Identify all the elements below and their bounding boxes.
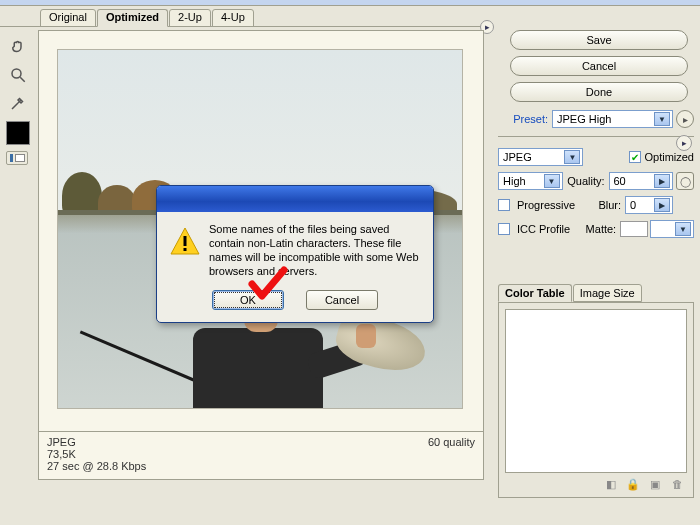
zoom-tool-icon[interactable]	[6, 63, 30, 87]
preset-select[interactable]: JPEG High ▼	[552, 110, 673, 128]
icc-checkbox[interactable]	[498, 223, 510, 235]
svg-rect-4	[184, 248, 187, 251]
chevron-down-icon: ▼	[564, 150, 580, 164]
view-tabs: Original Optimized 2-Up 4-Up	[40, 8, 255, 26]
snap-web-icon[interactable]: ◧	[603, 477, 619, 491]
quality-mask-button[interactable]: ◯	[676, 172, 694, 190]
quality-input[interactable]: 60 ▶	[609, 172, 674, 190]
dialog-ok-button[interactable]: OK	[212, 290, 284, 310]
matte-select[interactable]: ▼	[650, 220, 694, 238]
progressive-checkbox[interactable]	[498, 199, 510, 211]
svg-rect-3	[184, 236, 187, 246]
quality-preset-value: High	[503, 175, 526, 187]
optimized-label: Optimized	[644, 151, 694, 163]
svg-point-0	[12, 69, 21, 78]
quality-value: 60	[614, 175, 626, 187]
status-time: 27 sec @ 28.8 Kbps	[47, 460, 475, 472]
tab-color-table[interactable]: Color Table	[498, 284, 572, 302]
new-color-icon[interactable]: ▣	[647, 477, 663, 491]
optimized-checkbox[interactable]: ✔	[629, 151, 641, 163]
icc-label: ICC Profile	[517, 223, 570, 235]
format-select[interactable]: JPEG ▼	[498, 148, 583, 166]
blur-value: 0	[630, 199, 636, 211]
settings-menu-button[interactable]: ▸	[676, 135, 692, 151]
status-format: JPEG	[47, 436, 475, 448]
progressive-label: Progressive	[517, 199, 575, 211]
trash-icon[interactable]: 🗑	[669, 477, 685, 491]
tab-4up[interactable]: 4-Up	[212, 9, 254, 27]
blur-input[interactable]: 0 ▶	[625, 196, 673, 214]
dialog-message: Some names of the files being saved cont…	[209, 222, 421, 278]
tab-image-size[interactable]: Image Size	[573, 284, 642, 302]
slice-visibility-button[interactable]	[6, 151, 28, 165]
done-button[interactable]: Done	[510, 82, 688, 102]
tab-optimized[interactable]: Optimized	[97, 9, 168, 27]
chevron-down-icon: ▼	[675, 222, 691, 236]
svg-line-1	[20, 77, 25, 82]
preset-value: JPEG High	[557, 113, 611, 125]
cancel-button[interactable]: Cancel	[510, 56, 688, 76]
matte-swatch[interactable]	[620, 221, 648, 237]
dialog-cancel-button[interactable]: Cancel	[306, 290, 378, 310]
preview-status: JPEG 73,5K 27 sec @ 28.8 Kbps 60 quality	[39, 431, 483, 479]
warning-icon	[169, 226, 201, 278]
chevron-down-icon: ▼	[654, 112, 670, 126]
eyedropper-tool-icon[interactable]	[6, 91, 30, 115]
status-quality: 60 quality	[428, 436, 475, 448]
tab-original[interactable]: Original	[40, 9, 96, 27]
foreground-color-swatch[interactable]	[6, 121, 30, 145]
quality-label: Quality:	[563, 175, 605, 187]
preset-menu-button[interactable]: ▸	[676, 110, 694, 128]
tools-toolbar	[0, 31, 35, 171]
chevron-down-icon: ▼	[544, 174, 560, 188]
quality-preset-select[interactable]: High ▼	[498, 172, 563, 190]
status-size: 73,5K	[47, 448, 475, 460]
save-button[interactable]: Save	[510, 30, 688, 50]
color-table-well	[505, 309, 687, 473]
warning-dialog: Some names of the files being saved cont…	[156, 185, 434, 323]
format-value: JPEG	[503, 151, 532, 163]
chevron-right-icon: ▶	[654, 174, 670, 188]
hand-tool-icon[interactable]	[6, 35, 30, 59]
chevron-right-icon: ▶	[654, 198, 670, 212]
matte-label: Matte:	[574, 223, 616, 235]
tab-2up[interactable]: 2-Up	[169, 9, 211, 27]
preset-label: Preset:	[498, 113, 548, 125]
lock-icon[interactable]: 🔒	[625, 477, 641, 491]
blur-label: Blur:	[579, 199, 621, 211]
dialog-titlebar[interactable]	[157, 186, 433, 212]
